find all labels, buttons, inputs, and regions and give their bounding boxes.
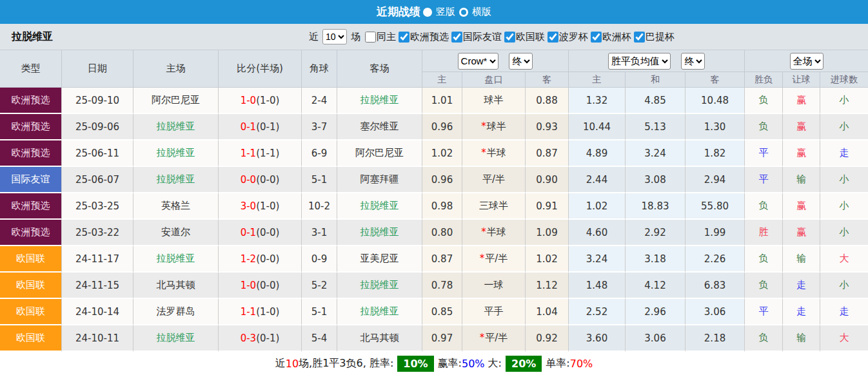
score-cell: 0-1(0-0) <box>219 220 302 246</box>
subcol-crow-home: 主 <box>422 72 462 88</box>
odds-away: 0.91 <box>526 193 569 220</box>
filter-checkbox-4[interactable] <box>547 32 558 43</box>
match-date: 25-03-25 <box>62 193 133 220</box>
view-option-horizontal[interactable]: 横版 <box>472 6 491 18</box>
filter-bar: 拉脱维亚 近 10 场 同主欧洲预选国际友谊欧国联波罗杯欧洲杯巴提杯 <box>0 24 868 50</box>
avg-lose-odds: 10.48 <box>686 88 745 114</box>
handicap-line: 球半 <box>462 88 526 114</box>
radio-vertical-icon[interactable] <box>423 8 432 17</box>
score-cell: 0-1(0-1) <box>219 114 302 140</box>
score-cell: 0-3(0-1) <box>219 325 302 352</box>
match-row: 欧洲预选25-03-22安道尔0-1(0-0)3-1拉脱维亚0.80*半球1.0… <box>0 220 868 246</box>
summary-footer: 近10场,胜1平3负6, 胜率:10%赢率:50% 大:20%单率:70% <box>0 352 868 375</box>
corner-score: 5-1 <box>302 167 337 193</box>
filter-checkbox-5[interactable] <box>591 32 602 43</box>
filter-checkbox-3[interactable] <box>504 32 515 43</box>
filter-checkbox-label-2[interactable]: 国际友谊 <box>463 31 502 43</box>
near-label: 近 <box>309 31 319 43</box>
title-bar: 近期战绩 竖版 横版 <box>0 0 868 24</box>
filter-checkbox-label-6[interactable]: 巴提杯 <box>646 31 675 43</box>
col-header-type: 类型 <box>0 50 62 88</box>
filter-controls: 近 10 场 同主欧洲预选国际友谊欧国联波罗杯欧洲杯巴提杯 <box>309 29 675 44</box>
avg-draw-odds: 5.13 <box>626 114 686 140</box>
avg-win-odds: 2.52 <box>569 299 626 325</box>
away-team: 拉脱维亚 <box>337 193 422 220</box>
match-count-select[interactable]: 10 <box>322 29 347 44</box>
score-cell: 3-0(1-0) <box>219 193 302 220</box>
match-row: 欧国联24-10-14法罗群岛1-1(1-0)5-1拉脱维亚0.85平手1.04… <box>0 299 868 325</box>
match-date: 25-03-22 <box>62 220 133 246</box>
odds-away: 0.87 <box>526 140 569 167</box>
corner-score: 3-7 <box>302 114 337 140</box>
avg-lose-odds: 6.83 <box>686 273 745 299</box>
view-toggle: 竖版 横版 <box>426 6 491 18</box>
avg-draw-odds: 4.12 <box>626 273 686 299</box>
col-header-corner: 角球 <box>302 50 337 88</box>
scope-select[interactable]: 全场 <box>790 53 824 70</box>
filter-checkbox-label-0[interactable]: 同主 <box>377 31 396 43</box>
match-date: 24-11-17 <box>62 246 133 273</box>
count-suffix-label: 场 <box>351 31 360 43</box>
summary-segment-8: 单率: <box>546 357 569 370</box>
result-handicap: 赢 <box>783 88 820 114</box>
subcol-avg-win: 主 <box>569 72 626 88</box>
result-wdl: 胜 <box>745 220 783 246</box>
handicap-line: 平/半 <box>462 167 526 193</box>
odds-away: 1.09 <box>526 220 569 246</box>
result-goals: 小 <box>820 193 868 220</box>
odds-away: 1.02 <box>526 246 569 273</box>
corner-score: 5-4 <box>302 325 337 352</box>
away-team: 拉脱维亚 <box>337 299 422 325</box>
summary-segment-3: 10% <box>397 356 433 372</box>
score-cell: 1-0(0-0) <box>219 273 302 299</box>
avg-type-select[interactable]: 胜平负均值 <box>608 53 671 70</box>
odds-home: 0.78 <box>422 273 462 299</box>
odds-away: 1.04 <box>526 299 569 325</box>
filter-checkbox-2[interactable] <box>451 32 462 43</box>
result-handicap: 赢 <box>783 220 820 246</box>
match-date: 24-10-14 <box>62 299 133 325</box>
filter-checkbox-label-3[interactable]: 欧国联 <box>516 31 545 43</box>
match-type-badge: 欧国联 <box>0 299 62 325</box>
filter-checkbox-6[interactable] <box>634 32 645 43</box>
filter-checkbox-label-1[interactable]: 欧洲预选 <box>410 31 449 43</box>
matches-table: 类型 日期 主场 比分(半场) 角球 客场 Crow* 终 胜平负均值 终 全场… <box>0 50 868 352</box>
match-row: 欧国联24-11-17拉脱维亚1-2(0-0)0-9亚美尼亚0.87*平/半1.… <box>0 246 868 273</box>
avg-draw-odds: 3.24 <box>626 140 686 167</box>
odds-company-select[interactable]: Crow* <box>458 53 498 70</box>
avg-win-odds: 4.89 <box>569 140 626 167</box>
odds-time-select[interactable]: 终 <box>509 53 533 70</box>
score-cell: 1-2(0-0) <box>219 246 302 273</box>
avg-draw-odds: 3.18 <box>626 246 686 273</box>
avg-draw-odds: 2.96 <box>626 299 686 325</box>
match-type-badge: 欧国联 <box>0 273 62 299</box>
corner-score: 2-4 <box>302 88 337 114</box>
subcol-handicap: 盘口 <box>462 72 526 88</box>
match-row: 欧国联24-11-15北马其顿1-0(0-0)5-2拉脱维亚0.78一球1.12… <box>0 273 868 299</box>
avg-lose-odds: 1.82 <box>686 140 745 167</box>
home-team: 拉脱维亚 <box>133 140 219 167</box>
view-option-vertical[interactable]: 竖版 <box>436 6 455 18</box>
radio-horizontal-icon[interactable] <box>459 8 468 17</box>
handicap-line: *半球 <box>462 140 526 167</box>
corner-score: 6-9 <box>302 140 337 167</box>
result-handicap: 赢 <box>783 114 820 140</box>
corner-score: 3-1 <box>302 220 337 246</box>
summary-segment-9: 70% <box>570 358 593 370</box>
filter-checkbox-0[interactable] <box>365 32 376 43</box>
odds-home: 0.85 <box>422 299 462 325</box>
filter-checkbox-1[interactable] <box>399 32 409 43</box>
home-team: 拉脱维亚 <box>133 325 219 352</box>
avg-time-select[interactable]: 终 <box>681 53 705 70</box>
subcol-avg-draw: 和 <box>626 72 686 88</box>
result-goals: 走 <box>820 299 868 325</box>
odds-home: 0.96 <box>422 114 462 140</box>
match-type-badge: 国际友谊 <box>0 167 62 193</box>
result-handicap: 赢 <box>783 140 820 167</box>
filter-checkbox-label-5[interactable]: 欧洲杯 <box>602 31 631 43</box>
filter-checkbox-label-4[interactable]: 波罗杯 <box>559 31 588 43</box>
league-checkbox-group: 同主欧洲预选国际友谊欧国联波罗杯欧洲杯巴提杯 <box>362 31 675 43</box>
avg-win-odds: 1.32 <box>569 88 626 114</box>
match-row: 欧国联24-10-11拉脱维亚0-3(0-1)5-4北马其顿0.97*平/半0.… <box>0 325 868 352</box>
score-cell: 0-0(0-0) <box>219 167 302 193</box>
